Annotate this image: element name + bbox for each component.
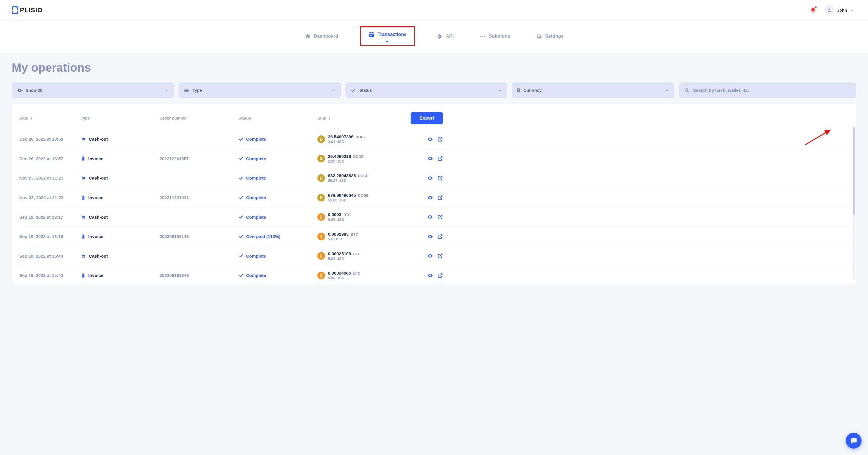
external-link-icon[interactable] bbox=[437, 195, 443, 201]
svg-rect-5 bbox=[184, 90, 188, 91]
notification-dot-icon bbox=[815, 6, 816, 8]
svg-point-15 bbox=[83, 180, 83, 180]
svg-point-16 bbox=[84, 180, 85, 180]
nav-transactions[interactable]: Transactions bbox=[360, 26, 415, 46]
search-box[interactable] bbox=[679, 83, 856, 98]
svg-point-0 bbox=[829, 8, 830, 10]
filter-show[interactable]: Show 20 bbox=[12, 83, 174, 98]
cell-status: Complete bbox=[239, 195, 314, 200]
svg-point-2 bbox=[482, 36, 483, 37]
external-link-icon[interactable] bbox=[437, 214, 443, 220]
nav-dashboard[interactable]: Dashboard bbox=[301, 26, 343, 46]
sort-icon: ▲▼ bbox=[328, 117, 331, 120]
main-nav: Dashboard Transactions API Solutions Set… bbox=[0, 21, 868, 52]
nav-settings[interactable]: Settings bbox=[532, 26, 567, 46]
type-icon bbox=[81, 253, 86, 259]
cell-actions bbox=[408, 253, 443, 259]
avatar-icon bbox=[825, 5, 834, 15]
cell-status: Overpaid (113%) bbox=[239, 234, 314, 239]
filter-status[interactable]: Status bbox=[345, 83, 508, 98]
svg-point-1 bbox=[480, 36, 482, 37]
check-icon bbox=[239, 176, 244, 181]
view-icon[interactable] bbox=[427, 214, 433, 220]
col-date[interactable]: Date ▲▼ bbox=[19, 116, 78, 120]
svg-point-9 bbox=[83, 141, 83, 141]
table-row: Sep 19, 2022 at 13:16 $ Invoice 20220919… bbox=[19, 226, 849, 246]
bitcoin-icon: ₿ bbox=[517, 87, 520, 93]
coin-icon: ₿ bbox=[317, 233, 325, 240]
check-icon bbox=[239, 136, 244, 142]
type-icon bbox=[81, 136, 86, 142]
cell-date: Sep 19, 2022 at 13:16 bbox=[19, 234, 78, 239]
col-type: Type bbox=[81, 116, 157, 120]
search-icon bbox=[684, 88, 689, 93]
scrollbar-thumb[interactable] bbox=[853, 127, 855, 215]
notifications-bell-icon[interactable] bbox=[810, 7, 816, 13]
export-button[interactable]: Export bbox=[411, 112, 443, 124]
topbar: PLISIO John bbox=[0, 0, 868, 21]
cell-order: 202211231921 bbox=[160, 195, 236, 200]
user-menu[interactable]: John bbox=[822, 4, 856, 17]
view-icon[interactable] bbox=[427, 234, 433, 240]
view-icon[interactable] bbox=[427, 195, 433, 201]
svg-point-17 bbox=[430, 178, 431, 178]
svg-rect-4 bbox=[184, 89, 188, 89]
cell-actions bbox=[408, 214, 443, 220]
cell-type: $ Invoice bbox=[81, 195, 157, 200]
table-row: Sep 19, 2022 at 13:17 Cash-out Complete … bbox=[19, 207, 849, 226]
view-icon[interactable] bbox=[427, 156, 433, 161]
cell-date: Dec 26, 2022 at 18:58 bbox=[19, 136, 78, 142]
filter-type-label: Type bbox=[193, 88, 202, 93]
cell-status: Complete bbox=[239, 253, 314, 259]
chevron-down-icon bbox=[498, 88, 502, 92]
check-icon bbox=[351, 88, 356, 93]
svg-point-32 bbox=[430, 275, 431, 276]
external-link-icon[interactable] bbox=[437, 234, 443, 240]
cell-order: 202209181343 bbox=[160, 273, 236, 278]
search-input[interactable] bbox=[693, 88, 851, 93]
external-link-icon[interactable] bbox=[437, 273, 443, 278]
view-icon[interactable] bbox=[427, 253, 433, 259]
external-link-icon[interactable] bbox=[437, 156, 443, 161]
cell-date: Sep 19, 2022 at 13:17 bbox=[19, 215, 78, 220]
type-icon bbox=[81, 214, 86, 220]
cell-status: Complete bbox=[239, 176, 314, 181]
type-icon bbox=[81, 176, 86, 181]
svg-text:$: $ bbox=[83, 157, 83, 159]
external-link-icon[interactable] bbox=[437, 253, 443, 259]
table-header: Date ▲▼ Type Order number Status Sum ▲▼ … bbox=[19, 109, 849, 129]
nav-settings-label: Settings bbox=[545, 34, 563, 39]
svg-point-23 bbox=[430, 217, 431, 218]
cell-actions bbox=[408, 195, 443, 201]
svg-point-26 bbox=[430, 236, 431, 237]
coin-icon: D bbox=[317, 155, 325, 162]
svg-rect-6 bbox=[184, 91, 188, 92]
svg-rect-24 bbox=[83, 237, 84, 237]
nav-solutions[interactable]: Solutions bbox=[475, 26, 514, 46]
view-icon[interactable] bbox=[427, 273, 433, 278]
view-icon[interactable] bbox=[427, 175, 433, 181]
puzzle-icon bbox=[437, 33, 443, 39]
svg-text:$: $ bbox=[83, 274, 83, 276]
filter-status-label: Status bbox=[360, 88, 372, 93]
external-link-icon[interactable] bbox=[437, 175, 443, 181]
svg-point-21 bbox=[83, 218, 83, 219]
coin-icon: D bbox=[317, 135, 325, 143]
svg-point-10 bbox=[84, 141, 85, 141]
col-sum[interactable]: Sum ▲▼ bbox=[317, 116, 405, 120]
filter-type[interactable]: Type bbox=[179, 83, 341, 98]
user-name: John bbox=[837, 8, 847, 12]
logo-mark-icon bbox=[12, 6, 18, 14]
svg-rect-30 bbox=[83, 276, 84, 276]
svg-text:$: $ bbox=[83, 196, 83, 198]
chevron-down-icon bbox=[332, 88, 336, 92]
nav-api[interactable]: API bbox=[433, 26, 458, 46]
filter-currency[interactable]: ₿ Currency bbox=[512, 83, 674, 98]
svg-point-20 bbox=[430, 197, 431, 198]
type-icon: $ bbox=[81, 156, 85, 161]
view-icon[interactable] bbox=[427, 136, 433, 142]
external-link-icon[interactable] bbox=[437, 136, 443, 142]
nav-dashboard-label: Dashboard bbox=[314, 34, 338, 39]
brand-logo[interactable]: PLISIO bbox=[12, 6, 43, 14]
eye-icon bbox=[17, 88, 22, 93]
